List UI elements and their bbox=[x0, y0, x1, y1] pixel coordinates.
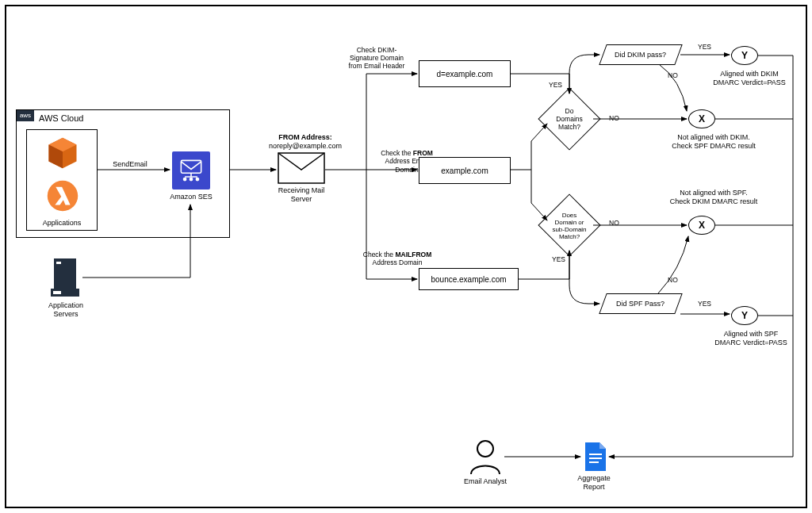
sendemail-label: SendEmail bbox=[106, 160, 154, 169]
svg-point-4 bbox=[196, 178, 200, 182]
check-mailfrom-label: Check the MAILFROMAddress Domain bbox=[354, 251, 441, 266]
dkim-aligned-label: Aligned with DKIM DMARC Verdict=PASS bbox=[698, 70, 801, 87]
ses-label: Amazon SES bbox=[159, 193, 223, 201]
edge-yes-1: YES bbox=[549, 81, 562, 89]
receiving-server-label: Receiving Mail Server bbox=[273, 186, 330, 204]
edge-no-4: NO bbox=[668, 276, 678, 284]
app-servers-label: Application Servers bbox=[40, 301, 92, 319]
dkim-y-circle: Y bbox=[731, 46, 758, 65]
svg-rect-7 bbox=[56, 262, 61, 264]
from-email: noreply@example.com bbox=[269, 142, 342, 150]
domains-match-text: Do Domains Match? bbox=[547, 98, 592, 142]
svg-rect-11 bbox=[589, 454, 602, 455]
applications-label: Applications bbox=[27, 219, 97, 228]
edge-no-3: NO bbox=[609, 219, 619, 227]
svg-point-10 bbox=[477, 441, 493, 457]
aws-tag: aws bbox=[17, 110, 34, 121]
svg-rect-13 bbox=[589, 461, 599, 463]
analyst-label: Email Analyst bbox=[457, 477, 514, 486]
dkim-not-label: Not aligned with DKIM. Check SPF DMARC r… bbox=[658, 133, 769, 151]
dkim-pass-text: Did DKIM pass? bbox=[615, 51, 666, 59]
spf-pass-para: Did SPF Pass? bbox=[599, 293, 682, 314]
dkim-domain-box: d=example.com bbox=[419, 60, 511, 87]
from-domain-box: example.com bbox=[419, 157, 511, 184]
svg-rect-1 bbox=[181, 160, 201, 173]
envelope-icon bbox=[278, 152, 325, 184]
aws-cloud-title: AWS Cloud bbox=[39, 113, 83, 123]
applications-group: Applications bbox=[26, 129, 98, 231]
svg-point-2 bbox=[183, 178, 187, 182]
server-icon bbox=[49, 257, 82, 300]
dkim-x-circle: X bbox=[688, 109, 715, 128]
spf-y-circle: Y bbox=[731, 306, 758, 325]
diagram-canvas: aws AWS Cloud Applications bbox=[0, 0, 812, 513]
from-bold: FROM Address: bbox=[278, 133, 332, 141]
report-label: Aggregate Report bbox=[571, 474, 617, 492]
edge-no-1: NO bbox=[668, 71, 678, 79]
ec2-icon bbox=[46, 136, 79, 170]
edge-yes-4: YES bbox=[698, 300, 711, 308]
amazon-ses-icon bbox=[172, 151, 210, 190]
spf-aligned-label: Aligned with SPF DMARC Verdict=PASS bbox=[699, 330, 802, 347]
edge-yes-2: YES bbox=[698, 43, 711, 51]
check-dkim-label: Check DKIM- Signature Domain from Email … bbox=[339, 46, 415, 71]
spf-x-circle: X bbox=[688, 216, 715, 235]
analyst-icon bbox=[468, 438, 503, 476]
subdomain-match-text: Does Domain or sub-Domain Match? bbox=[547, 204, 592, 248]
lambda-icon bbox=[46, 179, 79, 212]
spf-pass-text: Did SPF Pass? bbox=[616, 300, 665, 308]
aws-cloud-group: aws AWS Cloud Applications bbox=[16, 109, 230, 238]
dkim-pass-para: Did DKIM pass? bbox=[599, 44, 682, 65]
svg-rect-8 bbox=[53, 291, 61, 294]
edge-no-2: NO bbox=[609, 114, 619, 122]
svg-rect-12 bbox=[589, 457, 602, 459]
from-address-label: FROM Address: noreply@example.com bbox=[262, 133, 349, 151]
mailfrom-box: bounce.example.com bbox=[419, 268, 519, 290]
report-icon bbox=[582, 441, 607, 473]
spf-not-label: Not aligned with SPF. Check DKIM DMARC r… bbox=[658, 189, 769, 206]
edge-yes-3: YES bbox=[552, 255, 565, 263]
svg-point-3 bbox=[190, 178, 193, 182]
